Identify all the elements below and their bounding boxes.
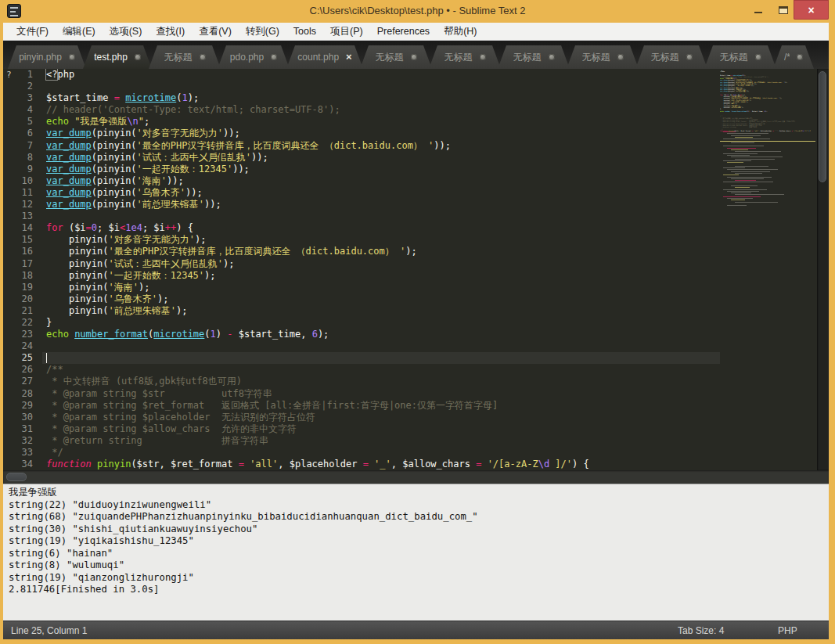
tab-pdo.php[interactable]: pdo.php <box>218 45 290 69</box>
tab-无标题[interactable]: 无标题 <box>360 45 432 69</box>
console-line-4: string(19) "yiqikaishishu_12345" <box>9 535 829 548</box>
menu-item-5[interactable]: 转到(G) <box>239 23 286 41</box>
code-line-7[interactable]: var_dump(pinyin('最全的PHP汉字转拼音库，比百度词典还全 （d… <box>42 140 720 152</box>
menu-item-3[interactable]: 查找(I) <box>149 23 192 41</box>
code-line-2[interactable] <box>42 81 720 92</box>
line-number: 18 <box>3 270 39 282</box>
line-number: 3 <box>3 92 39 104</box>
code-line-34[interactable]: function pinyin($str, $ret_format = 'all… <box>42 459 720 470</box>
menu-item-2[interactable]: 选项(S) <box>103 23 149 41</box>
syntax-status[interactable]: PHP <box>778 625 797 636</box>
tab-count.php[interactable]: count.php× <box>286 45 363 69</box>
menu-item-9[interactable]: 帮助(H) <box>437 23 484 41</box>
tab-无标题[interactable]: 无标题 <box>498 45 570 69</box>
maximize-button[interactable] <box>772 0 795 20</box>
line-number: 34 <box>3 459 39 470</box>
code-line-27[interactable]: * 中文转拼音 (utf8版,gbk转utf8也可用) <box>42 376 720 387</box>
line-number: 13 <box>3 210 39 222</box>
menu-item-4[interactable]: 查看(V) <box>192 23 239 41</box>
tab-label: /** <box>784 52 790 63</box>
code-line-26[interactable]: /** <box>42 364 720 376</box>
line-number: 9 <box>3 164 39 175</box>
tab-label: 无标题 <box>444 51 473 64</box>
code-line-13[interactable] <box>42 210 720 222</box>
code-line-4[interactable]: // header('Content-Type: text/html; char… <box>42 104 720 116</box>
console-line-8: 2.811746[Finished in 3.0s] <box>9 584 829 596</box>
menu-item-8[interactable]: Preferences <box>370 23 437 41</box>
line-number: 25 <box>3 352 39 364</box>
code-line-16[interactable]: pinyin('最全的PHP汉字转拼音库，比百度词典还全 （dict.baidu… <box>42 246 720 257</box>
line-number: 5 <box>3 116 39 128</box>
tab-无标题[interactable]: 无标题 <box>149 45 221 69</box>
code-line-25[interactable] <box>42 352 720 364</box>
code-line-31[interactable]: * @param string $allow_chars 允许的非中文字符 <box>42 423 720 435</box>
tab-label: 无标题 <box>164 51 193 64</box>
code-line-21[interactable]: pinyin('前总理朱镕基'); <box>42 305 720 317</box>
code-line-23[interactable]: echo number_format(microtime(1) - $start… <box>42 329 720 340</box>
code-line-6[interactable]: var_dump(pinyin('对多音字无能为力')); <box>42 128 720 139</box>
code-line-8[interactable]: var_dump(pinyin('试试：丠㐁㐄㐅㐆佀㐖㐜')); <box>42 152 720 164</box>
line-number: 10 <box>3 175 39 187</box>
menu-item-0[interactable]: 文件(F) <box>9 23 56 41</box>
line-number-gutter: 1234567891011121314151617181920212223242… <box>3 69 39 470</box>
line-number: 14 <box>3 222 39 234</box>
code-line-22[interactable]: } <box>42 317 720 329</box>
horizontal-scrollbar-thumb[interactable] <box>6 473 27 481</box>
code-line-3[interactable]: $start_time = microtime(1); <box>42 92 720 104</box>
tab-test.php[interactable]: test.php <box>83 45 152 69</box>
tab-close-icon[interactable]: × <box>346 54 352 60</box>
code-line-28[interactable]: * @param string $str utf8字符串 <box>42 388 720 400</box>
tab-label: count.php <box>297 52 339 63</box>
horizontal-scrollbar[interactable] <box>3 470 829 484</box>
code-line-14[interactable]: for ($i=0; $i<1e4; $i++) { <box>42 222 720 234</box>
build-output-panel[interactable]: 我是争强版string(22) "duiduoyinziwunengweili"… <box>3 484 829 621</box>
line-number: 7 <box>3 140 39 152</box>
tab-label: 无标题 <box>376 51 404 64</box>
tab-size-status[interactable]: Tab Size: 4 <box>678 625 724 636</box>
code-line-10[interactable]: var_dump(pinyin('海南')); <box>42 175 720 187</box>
code-line-1[interactable]: <?php <box>42 69 720 81</box>
code-line-18[interactable]: pinyin('一起开始数：12345'); <box>42 270 720 282</box>
code-line-24[interactable] <box>42 340 720 352</box>
tab-无标题[interactable]: 无标题 <box>635 45 707 69</box>
code-line-20[interactable]: pinyin('乌鲁木齐'); <box>42 293 720 305</box>
close-button[interactable]: × <box>794 0 829 20</box>
statusbar: Line 25, Column 1 Tab Size: 4 PHP <box>3 621 829 639</box>
code-line-32[interactable]: * @return string 拼音字符串 <box>42 435 720 447</box>
code-line-9[interactable]: var_dump(pinyin('一起开始数：12345')); <box>42 164 720 175</box>
line-number: 16 <box>3 246 39 257</box>
tab-pinyin.php[interactable]: pinyin.php <box>8 45 86 69</box>
minimize-button[interactable] <box>747 0 770 20</box>
line-number: 4 <box>3 104 39 116</box>
editor[interactable]: 1234567891011121314151617181920212223242… <box>3 69 829 470</box>
code-line-11[interactable]: var_dump(pinyin('乌鲁木齐')); <box>42 187 720 199</box>
code-line-33[interactable]: */ <box>42 447 720 459</box>
code-line-12[interactable]: var_dump(pinyin('前总理朱镕基')); <box>42 199 720 210</box>
tab-dirty-icon <box>797 54 803 60</box>
code-line-19[interactable]: pinyin('海南'); <box>42 282 720 293</box>
menu-item-7[interactable]: 项目(P) <box>323 23 370 41</box>
console-line-3: string(30) "shishi_qiutiankuawuyinsiyech… <box>9 523 829 536</box>
line-number: 6 <box>3 128 39 139</box>
menu-item-1[interactable]: 编辑(E) <box>56 23 103 41</box>
code-line-17[interactable]: pinyin('试试：丠㐁㐄㐅㐆佀㐖㐜'); <box>42 258 720 270</box>
minimap[interactable]: <?php$start_time = microtime(1);// heade… <box>720 70 815 469</box>
code-line-15[interactable]: pinyin('对多音字无能为力'); <box>42 234 720 246</box>
code-area[interactable]: <?php$start_time = microtime(1);// heade… <box>42 69 720 470</box>
line-number: 24 <box>3 340 39 352</box>
tab-/**[interactable]: /** <box>773 45 814 69</box>
tab-无标题[interactable]: 无标题 <box>429 45 501 69</box>
code-line-29[interactable]: * @param string $ret_format 返回格式 [all:全拼… <box>42 400 720 412</box>
line-number: 33 <box>3 447 39 459</box>
code-line-30[interactable]: * @param string $placeholder 无法识别的字符占位符 <box>42 412 720 423</box>
code-line-5[interactable]: echo "我是争强版\n"; <box>42 116 720 128</box>
tab-无标题[interactable]: 无标题 <box>704 45 776 69</box>
tab-dirty-icon <box>69 54 75 60</box>
vertical-scrollbar-thumb[interactable] <box>819 71 826 182</box>
menu-item-6[interactable]: Tools <box>286 23 323 41</box>
cursor-position-status: Line 25, Column 1 <box>11 625 87 636</box>
line-number: 23 <box>3 329 39 340</box>
vertical-scrollbar[interactable] <box>817 69 829 470</box>
tab-无标题[interactable]: 无标题 <box>567 45 639 69</box>
console-line-5: string(6) "hainan" <box>9 548 829 560</box>
